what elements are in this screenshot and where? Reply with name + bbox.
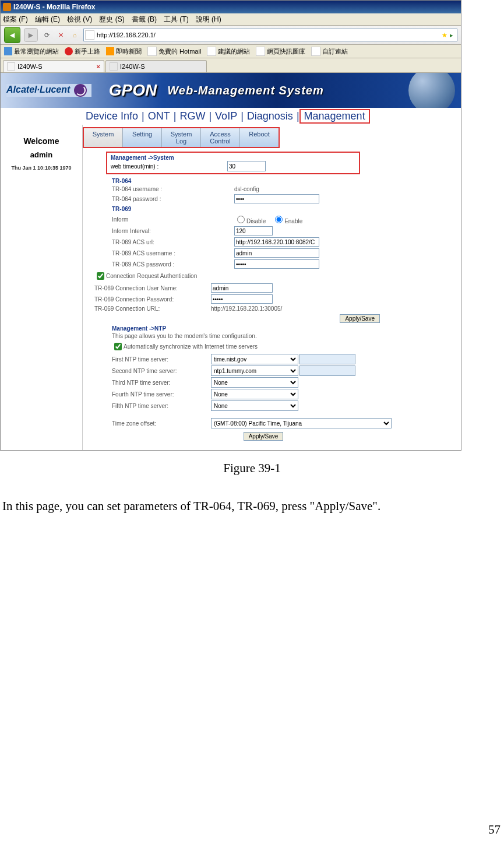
menu-help[interactable]: 說明 (H) [196,15,221,24]
page-icon [85,30,94,40]
user-label: admin [1,150,82,159]
acs-user-input[interactable] [234,248,319,258]
subtab-setting[interactable]: Setting [123,128,162,147]
browser-screenshot: I240W-S - Mozilla Firefox 檔案 (F) 編輯 (E) … [0,0,461,451]
subtab-system[interactable]: System [84,128,123,147]
tr064-header: TR-064 [112,178,456,184]
globe-icon [408,73,455,108]
apply-save-button-2[interactable]: Apply/Save [244,432,284,441]
date-label: Thu Jan 1 10:10:35 1970 [1,165,82,171]
nav-diagnosis[interactable]: Diagnosis [244,110,297,122]
url-text: http://192.168.220.1/ [97,31,156,38]
bookmark-news[interactable]: 即時新聞 [106,47,142,56]
tr069-header: TR-069 [112,206,456,212]
sidebar: Welcome admin Thu Jan 1 10:10:35 1970 [1,125,82,450]
firefox-titlebar: I240W-S - Mozilla Firefox [1,1,461,13]
apply-save-button-1[interactable]: Apply/Save [340,314,380,323]
ntp3-select[interactable]: None [211,377,298,388]
tr064-user-label: TR-064 username : [112,186,234,192]
page-number: 57 [0,823,504,837]
conn-pass-label: TR-069 Connection Password: [94,296,211,303]
menu-bookmarks[interactable]: 書籤 (B) [132,15,157,24]
tab-2-label: I240W-S [120,63,145,70]
conn-url-value: http://192.168.220.1:30005/ [211,305,282,312]
gpon-title: GPON [109,81,157,100]
inform-disable-radio[interactable] [237,216,245,223]
menu-tools[interactable]: 工具 (T) [164,15,189,24]
reload-icon[interactable]: ⟳ [41,30,52,40]
bookmark-hotmail[interactable]: 免費的 Hotmail [147,47,201,56]
firefox-icon [3,3,11,11]
tab-2[interactable]: I240W-S [105,60,207,72]
ntp4-label: Fourth NTP time server: [112,391,211,398]
menu-history[interactable]: 歷史 (S) [99,15,124,24]
nav-ont[interactable]: ONT [144,110,174,122]
inform-enable-label: Enable [284,218,302,224]
ntp1-extra[interactable] [299,354,355,364]
ntp-section: Management ->NTP This page allows you to… [112,325,456,428]
nav-rgw[interactable]: RGW [176,110,209,122]
bookmark-suggested[interactable]: 建議的網站 [207,47,250,56]
ntp-header: Management ->NTP [112,325,456,332]
conn-pass-input[interactable] [211,294,273,304]
nav-device-info[interactable]: Device Info [82,110,142,122]
firefox-menubar[interactable]: 檔案 (F) 編輯 (E) 檢視 (V) 歷史 (S) 書籤 (B) 工具 (T… [1,13,461,26]
interval-input[interactable] [234,226,273,236]
inform-enable-radio[interactable] [275,216,283,223]
main-nav: Device Info| ONT| RGW| VoIP| Diagnosis| … [1,108,461,125]
tab-strip: I240W-S × I240W-S [1,58,461,73]
acs-pass-label: TR-069 ACS password : [112,261,234,268]
go-icon[interactable]: ▸ [450,31,453,39]
system-header: Management ->System [111,154,355,161]
acs-url-input[interactable] [234,237,319,247]
subtab-accesscontrol[interactable]: AccessControl [201,128,240,147]
subtab-reboot[interactable]: Reboot [240,128,279,147]
tr064-section: TR-064 TR-064 username : dsl-config TR-0… [112,178,456,312]
ntp3-label: Third NTP time server: [112,379,211,386]
timeout-input[interactable] [227,161,266,171]
tr064-pass-input[interactable] [234,194,319,203]
bookmark-custom[interactable]: 自訂連結 [311,47,348,56]
page-icon [7,62,15,71]
ntp5-label: Fifth NTP time server: [112,403,211,409]
alcatel-lucent-logo: Alcatel·Lucent [6,84,91,97]
bookmark-mostvisited[interactable]: 最常瀏覽的網站 [4,47,59,56]
menu-view[interactable]: 檢視 (V) [67,15,92,24]
tab-1[interactable]: I240W-S × [3,60,104,72]
ntp2-select[interactable]: ntp1.tummy.com [211,366,298,376]
firefox-toolbar: ◄ ► ⟳ ✕ ⌂ http://192.168.220.1/ ★ ▸ [1,26,461,45]
conn-user-label: TR-069 Connection User Name: [94,285,211,291]
acs-pass-input[interactable] [234,259,319,269]
conn-user-input[interactable] [211,283,273,293]
conn-url-label: TR-069 Connection URL: [94,305,211,312]
timeout-label: web timeout(min) : [111,163,227,170]
inform-disable-label: Disable [246,218,266,224]
tz-select[interactable]: (GMT-08:00) Pacific Time, Tijuana [211,418,392,428]
back-button[interactable]: ◄ [4,27,20,43]
ntp-auto-checkbox[interactable] [114,343,122,350]
stop-icon[interactable]: ✕ [55,30,66,40]
acs-url-label: TR-069 ACS url: [112,239,234,245]
bookmark-webslice[interactable]: 網頁快訊圖庫 [256,47,305,56]
system-box: Management ->System web timeout(min) : [106,152,360,174]
nav-management[interactable]: Management [299,109,370,124]
ntp4-select[interactable]: None [211,389,298,399]
nav-voip[interactable]: VoIP [212,110,241,122]
ntp1-select[interactable]: time.nist.gov [211,354,298,364]
menu-edit[interactable]: 編輯 (E) [35,15,60,24]
ntp2-extra[interactable] [299,366,355,376]
bookmark-getting-started[interactable]: 新手上路 [65,47,100,56]
figure-caption: Figure 39-1 [0,461,504,476]
ntp-auto-label: Automatically synchronize with Internet … [124,343,258,350]
subtab-systemlog[interactable]: SystemLog [162,128,201,147]
home-icon[interactable]: ⌂ [69,30,80,40]
close-icon[interactable]: × [97,63,100,70]
gpon-banner: Alcatel·Lucent GPON Web-Management Syste… [1,73,461,108]
main-panel: System Setting SystemLog AccessControl R… [82,125,461,450]
tr064-user-value: dsl-config [234,186,259,192]
conn-auth-checkbox[interactable] [97,272,104,280]
menu-file[interactable]: 檔案 (F) [3,15,28,24]
star-icon[interactable]: ★ [442,31,447,39]
ntp5-select[interactable]: None [211,400,298,411]
url-bar[interactable]: http://192.168.220.1/ ★ ▸ [83,29,457,41]
